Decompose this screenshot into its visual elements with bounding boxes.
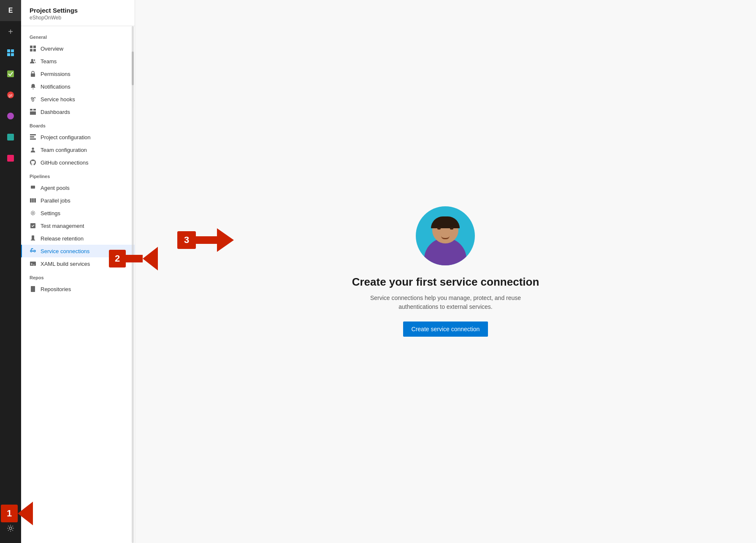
arrow-head-3 — [217, 228, 234, 252]
gear-nav-icon — [30, 210, 36, 216]
section-label-boards: Boards — [21, 118, 135, 131]
annotation-arrow-1: 1 — [1, 502, 33, 525]
svg-rect-24 — [30, 138, 36, 140]
sidebar-item-test-management[interactable]: Test management — [21, 219, 135, 232]
sidebar-item-service-hooks[interactable]: Service hooks — [21, 93, 135, 105]
sidebar-nav: General Overview Teams Permissions Notif… — [21, 26, 135, 543]
agent-icon — [30, 184, 36, 191]
main-content: Create your first service connection Ser… — [135, 0, 756, 543]
svg-rect-8 — [7, 134, 14, 140]
avatar-head — [432, 217, 458, 243]
repositories-label: Repositories — [41, 286, 71, 292]
service-connections-label: Service connections — [41, 248, 89, 254]
add-project-button[interactable]: + — [0, 21, 21, 42]
notifications-label: Notifications — [41, 84, 70, 90]
svg-rect-14 — [33, 49, 36, 51]
svg-rect-4 — [7, 70, 14, 77]
check-icon — [6, 70, 15, 78]
annotation-label-3: 3 — [177, 231, 196, 249]
teams-label: Teams — [41, 58, 57, 65]
svg-rect-26 — [31, 186, 35, 189]
svg-rect-12 — [33, 46, 36, 48]
sidebar-header: Project Settings eShopOnWeb — [21, 0, 135, 26]
svg-rect-17 — [31, 73, 35, 77]
arrow-head-2 — [143, 247, 158, 270]
agent-pools-label: Agent pools — [41, 185, 70, 191]
sidebar-item-dashboards[interactable]: Dashboards — [21, 105, 135, 118]
svg-rect-9 — [7, 155, 14, 162]
sidebar-item-notifications[interactable]: Notifications — [21, 80, 135, 93]
create-service-connection-button[interactable]: Create service connection — [403, 321, 488, 337]
sidebar-item-overview[interactable]: Overview — [21, 42, 135, 55]
main-description: Service connections help you manage, pro… — [361, 294, 530, 311]
icon-bar: E + git — [0, 0, 21, 543]
nav-icon-git[interactable]: git — [0, 84, 21, 105]
parallel-jobs-label: Parallel jobs — [41, 197, 70, 204]
sidebar-item-team-config[interactable]: Team configuration — [21, 143, 135, 156]
section-label-pipelines: Pipelines — [21, 169, 135, 181]
sidebar-scrollbar[interactable] — [132, 26, 134, 543]
sidebar-item-github-connections[interactable]: GitHub connections — [21, 156, 135, 169]
release-icon — [30, 235, 36, 242]
lock-icon — [30, 70, 36, 77]
section-label-general: General — [21, 30, 135, 42]
svg-rect-20 — [33, 109, 36, 111]
nav-icon-test[interactable] — [0, 127, 21, 148]
nav-icon-check[interactable] — [0, 63, 21, 84]
illustration-avatar — [416, 206, 475, 265]
plus-icon: + — [5, 27, 16, 37]
project-config-label: Project configuration — [41, 134, 91, 140]
main-heading: Create your first service connection — [352, 276, 539, 289]
svg-rect-11 — [30, 46, 33, 48]
arrow-head-1 — [18, 502, 33, 525]
svg-rect-22 — [30, 134, 36, 135]
permissions-label: Permissions — [41, 71, 70, 77]
main-center: Create your first service connection Ser… — [352, 206, 539, 337]
service-hooks-label: Service hooks — [41, 96, 75, 103]
svg-point-18 — [31, 97, 33, 99]
sidebar-item-agent-pools[interactable]: Agent pools — [21, 181, 135, 194]
user-avatar[interactable]: E — [0, 0, 21, 21]
svg-point-10 — [9, 527, 12, 529]
artifacts-icon — [6, 154, 15, 162]
xaml-icon — [30, 260, 36, 267]
config-icon — [30, 134, 36, 140]
sidebar-subtitle: eShopOnWeb — [30, 15, 126, 21]
svg-rect-0 — [7, 49, 10, 52]
release-retention-label: Release retention — [41, 235, 84, 242]
parallel-icon — [30, 197, 36, 204]
sidebar-item-repositories[interactable]: Repositories — [21, 283, 135, 295]
sidebar-item-settings[interactable]: Settings — [21, 207, 135, 219]
grid-icon — [30, 45, 36, 52]
sidebar-item-project-config[interactable]: Project configuration — [21, 131, 135, 143]
sidebar-item-permissions[interactable]: Permissions — [21, 68, 135, 80]
sidebar-item-parallel-jobs[interactable]: Parallel jobs — [21, 194, 135, 207]
nav-icon-artifacts[interactable] — [0, 148, 21, 169]
arrow-shaft-3 — [196, 236, 217, 244]
section-label-repos: Repos — [21, 270, 135, 283]
github-connections-label: GitHub connections — [41, 159, 88, 166]
overview-label: Overview — [41, 46, 63, 52]
user-initial: E — [8, 7, 13, 14]
test-plans-icon — [6, 133, 15, 141]
hook-icon — [30, 96, 36, 103]
annotation-label-1: 1 — [1, 505, 18, 522]
nav-icon-pipelines[interactable] — [0, 105, 21, 127]
svg-point-7 — [7, 113, 14, 119]
nav-icon-boards[interactable] — [0, 42, 21, 63]
svg-rect-39 — [32, 289, 34, 289]
sidebar-item-teams[interactable]: Teams — [21, 55, 135, 68]
svg-rect-3 — [11, 53, 14, 56]
repo-icon — [30, 286, 36, 292]
team-config-label: Team configuration — [41, 147, 87, 153]
svg-point-34 — [30, 250, 32, 252]
svg-point-30 — [32, 212, 34, 214]
avatar-eye-right — [450, 227, 453, 230]
svg-rect-23 — [30, 136, 34, 138]
sidebar-item-release-retention[interactable]: Release retention — [21, 232, 135, 245]
annotation-arrow-3: 3 — [177, 228, 234, 252]
scrollbar-thumb[interactable] — [132, 51, 134, 85]
test-mgmt-icon — [30, 222, 36, 229]
svg-rect-40 — [32, 290, 33, 290]
test-management-label: Test management — [41, 223, 84, 229]
